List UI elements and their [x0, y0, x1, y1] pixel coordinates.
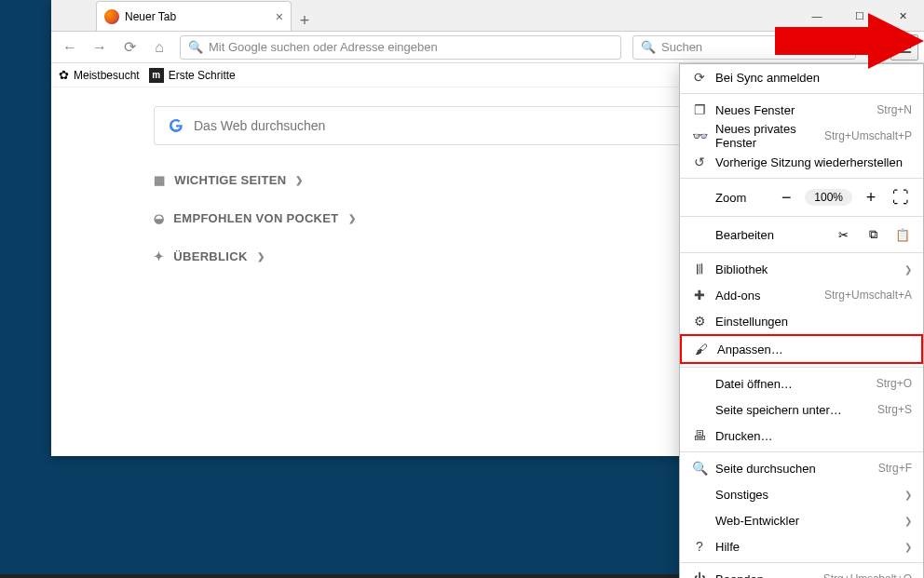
- menu-devtools[interactable]: Web-Entwickler ❯: [680, 507, 923, 533]
- mask-icon: 👓: [691, 128, 708, 143]
- home-button[interactable]: ⌂: [146, 34, 172, 60]
- menu-restore-session[interactable]: ↺ Vorherige Sitzung wiederherstellen: [680, 149, 923, 175]
- chevron-right-icon: ❯: [904, 490, 912, 500]
- grid-icon: ▦: [154, 173, 165, 187]
- zoom-out-button[interactable]: −: [775, 186, 797, 208]
- reload-button[interactable]: ⟳: [116, 34, 143, 60]
- puzzle-icon: ✚: [691, 288, 708, 302]
- address-bar[interactable]: 🔍 Mit Google suchen oder Adresse eingebe…: [180, 35, 621, 60]
- zoom-label: Zoom: [691, 191, 768, 205]
- menu-print[interactable]: 🖶 Drucken…: [680, 423, 923, 449]
- cut-button[interactable]: ✂: [834, 228, 852, 242]
- paste-button[interactable]: 📋: [893, 228, 912, 242]
- restore-icon: ↺: [691, 155, 708, 169]
- copy-button[interactable]: ⧉: [863, 227, 882, 242]
- search-icon: 🔍: [641, 40, 656, 54]
- menu-quit[interactable]: ⏻ Beenden Strg+Umschalt+Q: [680, 566, 923, 578]
- close-tab-icon[interactable]: ×: [276, 9, 283, 24]
- tab-new[interactable]: Neuer Tab ×: [96, 1, 292, 31]
- sparkle-icon: ✦: [154, 249, 164, 263]
- menu-save-page[interactable]: Seite speichern unter… Strg+S: [680, 397, 923, 423]
- library-icon: 𝄃𝄂: [691, 262, 708, 277]
- annotation-arrow: [775, 13, 924, 69]
- new-tab-button[interactable]: +: [292, 11, 318, 31]
- menu-zoom-row: Zoom − 100% + ⛶: [680, 181, 923, 213]
- edit-label: Bearbeiten: [691, 228, 822, 242]
- forward-button[interactable]: →: [87, 34, 113, 60]
- menu-library[interactable]: 𝄃𝄂 Bibliothek ❯: [680, 256, 923, 282]
- chevron-right-icon: ❯: [904, 264, 912, 275]
- chevron-right-icon: ❯: [904, 516, 912, 526]
- fullscreen-button[interactable]: ⛶: [890, 186, 912, 208]
- gear-icon: ⚙: [691, 314, 708, 329]
- menu-open-file[interactable]: Datei öffnen… Strg+O: [680, 370, 923, 397]
- power-icon: ⏻: [691, 571, 708, 578]
- pocket-icon: ◒: [154, 211, 164, 225]
- section-label: WICHTIGE SEITEN: [174, 173, 286, 187]
- section-label: ÜBERBLICK: [173, 249, 247, 263]
- address-placeholder: Mit Google suchen oder Adresse eingeben: [209, 40, 438, 54]
- google-icon: [168, 117, 184, 134]
- chevron-right-icon: ❯: [295, 175, 303, 185]
- sync-icon: ⟳: [691, 70, 708, 85]
- menu-find[interactable]: 🔍 Seite durchsuchen Strg+F: [680, 455, 923, 481]
- section-label: EMPFOHLEN VON POCKET: [173, 211, 338, 225]
- zoom-value: 100%: [805, 189, 852, 206]
- help-icon: ?: [691, 539, 708, 554]
- menu-addons[interactable]: ✚ Add-ons Strg+Umschalt+A: [680, 282, 923, 308]
- bookmark-most-visited[interactable]: ✿ Meistbesucht: [59, 68, 140, 82]
- menu-settings[interactable]: ⚙ Einstellungen: [680, 308, 923, 334]
- search-placeholder: Suchen: [661, 40, 702, 54]
- chevron-right-icon: ❯: [348, 213, 356, 223]
- tab-title: Neuer Tab: [125, 10, 176, 23]
- firefox-icon: [104, 9, 119, 24]
- printer-icon: 🖶: [691, 428, 708, 443]
- menu-help[interactable]: ? Hilfe ❯: [680, 533, 923, 559]
- menu-more[interactable]: Sonstiges ❯: [680, 481, 923, 507]
- bookmark-label: Meistbesucht: [74, 69, 140, 82]
- search-icon: 🔍: [691, 461, 708, 476]
- gear-icon: ✿: [59, 68, 69, 82]
- mozilla-icon: m: [149, 68, 164, 83]
- back-button[interactable]: ←: [57, 34, 83, 60]
- svg-marker-0: [775, 13, 924, 69]
- search-icon: 🔍: [188, 40, 203, 54]
- menu-private-window[interactable]: 👓 Neues privates Fenster Strg+Umschalt+P: [680, 123, 923, 149]
- menu-customize[interactable]: 🖌 Anpassen…: [680, 334, 923, 364]
- zoom-in-button[interactable]: +: [860, 186, 882, 208]
- bookmark-getting-started[interactable]: m Erste Schritte: [149, 68, 236, 83]
- paintbrush-icon: 🖌: [693, 342, 710, 356]
- menu-edit-row: Bearbeiten ✂ ⧉ 📋: [680, 220, 923, 249]
- bookmark-label: Erste Schritte: [169, 69, 236, 82]
- menu-new-window[interactable]: ❐ Neues Fenster Strg+N: [680, 97, 923, 123]
- chevron-down-icon: ❯: [257, 251, 265, 262]
- chevron-right-icon: ❯: [904, 542, 912, 552]
- window-icon: ❐: [691, 102, 708, 117]
- app-menu-panel: ⟳ Bei Sync anmelden ❐ Neues Fenster Strg…: [679, 63, 924, 578]
